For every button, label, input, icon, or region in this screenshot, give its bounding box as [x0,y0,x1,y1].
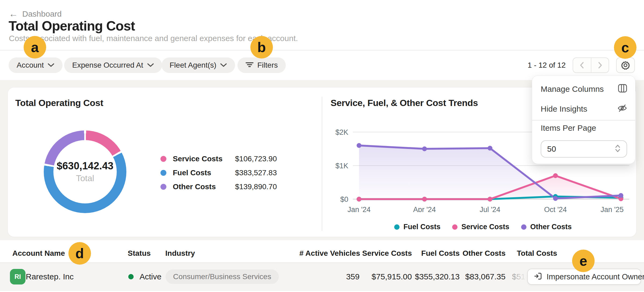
hide-insights-menu-item[interactable]: Hide Insights [541,101,627,116]
column-header-fuel-costs[interactable]: Fuel Costs [421,246,460,261]
donut-total-value: $630,142.43 [57,160,113,172]
filters-label: Filters [257,61,278,70]
breadcrumb[interactable]: ← Dashboard [9,9,62,19]
chevron-right-icon [597,61,603,69]
total-costs-fade-overlay [515,264,529,289]
column-header-status[interactable]: Status [128,246,151,261]
avatar-initials: RI [14,273,21,280]
donut-center: $630,142.43 Total [53,140,117,203]
annotation-letter: d [75,245,84,261]
items-per-page-select[interactable]: 50 [541,140,627,158]
expense-occurred-at-filter-button[interactable]: Expense Occurred At [64,57,162,73]
header-divider [0,50,644,50]
legend-item-fuel-costs: Fuel Costs [394,223,440,231]
column-label: Status [128,249,151,258]
service-costs-value: $75,915.00 [372,272,412,281]
filters-button[interactable]: Filters [237,57,286,73]
industry-text: Consumer/Business Services [173,272,271,281]
legend-label: Fuel Costs [403,223,440,231]
other-costs-dot-icon [521,224,526,230]
pagination-nav [573,57,609,73]
annotation-letter: b [257,39,266,55]
gear-icon [620,60,631,71]
expense-filter-label: Expense Occurred At [72,61,143,70]
industry-badge: Consumer/Business Services [166,269,279,284]
fleet-agents-filter-label: Fleet Agent(s) [170,61,216,70]
fuel-costs-dot-icon [394,224,400,230]
status-text: Active [140,272,162,281]
annotation-marker-a: a [24,36,46,59]
card-section-divider [322,97,322,231]
service-costs-point [553,173,558,178]
settings-gear-button[interactable] [616,57,635,73]
fleet-agents-filter-button[interactable]: Fleet Agent(s) [162,57,235,73]
breadcrumb-label[interactable]: Dashboard [22,9,62,19]
hide-insights-label: Hide Insights [541,104,587,114]
cell-fuel-costs: $355,320.13 [415,264,460,289]
column-header-account-name[interactable]: Account Name ▼ [12,246,74,261]
other-costs-value: $83,067.35 [465,272,506,281]
account-filter-button[interactable]: Account [9,57,63,73]
column-header-total-costs[interactable]: Total Costs [517,246,557,261]
annotation-marker-c: c [614,36,636,59]
filter-icon [246,61,254,70]
legend-item-other-costs: Other Costs [521,223,572,231]
annotation-marker-d: d [68,242,91,265]
select-stepper-icon [615,144,621,154]
chevron-down-icon [147,63,154,67]
y-tick-label: $1K [335,162,348,170]
manage-columns-menu-item[interactable]: Manage Columns [541,82,627,97]
active-vehicles-value: 359 [346,272,360,281]
other-costs-point [422,147,427,151]
login-icon [534,272,542,282]
legend-value: $139,890.70 [235,182,277,191]
donut-total-label: Total [76,173,94,183]
manage-columns-label: Manage Columns [541,85,604,94]
annotation-marker-b: b [250,36,273,59]
columns-icon [618,84,627,95]
other-costs-point [357,143,361,148]
column-label: Fuel Costs [421,249,460,258]
account-avatar: RI [10,269,25,284]
column-header-other-costs[interactable]: Other Costs [463,246,506,261]
column-label: Total Costs [517,249,557,258]
service-costs-point [488,197,492,202]
column-header-service-costs[interactable]: Service Costs [362,246,412,261]
other-costs-point [488,146,492,151]
column-header-active-vehicles[interactable]: # Active Vehicles [299,246,360,261]
legend-item-other-costs: Other Costs $139,890.70 [160,180,277,194]
y-tick-label: $0 [340,195,348,203]
cell-active-vehicles: 359 [346,264,360,289]
column-label: Service Costs [362,249,412,258]
settings-dropdown-menu: Manage Columns Hide Insights Items Per P… [532,75,635,164]
column-header-industry[interactable]: Industry [165,246,195,261]
service-costs-point [357,197,361,202]
account-name-text: Rarestep. Inc [26,272,74,281]
next-page-button[interactable] [591,58,609,72]
status-active-dot-icon [128,274,134,279]
legend-label: Other Costs [173,182,235,191]
x-tick-label: Jan '25 [601,206,624,212]
cell-account-name[interactable]: Rarestep. Inc [26,264,74,289]
trend-chart-legend: Fuel Costs Service Costs Other Costs [333,223,633,231]
annotation-marker-e: e [572,250,595,272]
x-tick-label: Oct '24 [544,206,567,212]
legend-item-fuel-costs: Fuel Costs $383,527.83 [160,166,277,180]
other-costs-point [619,193,623,198]
service-costs-dot-icon [452,224,458,230]
pagination-range: 1 - 12 of 12 [528,61,566,70]
table-row-divider [0,290,644,291]
back-arrow-icon[interactable]: ← [9,9,18,19]
items-per-page-label: Items Per Page [541,123,596,133]
trend-chart-title: Service, Fuel, & Other Cost Trends [331,98,478,108]
pagination-zone: 1 - 12 of 12 [528,57,635,73]
service-costs-point [422,197,427,202]
annotation-letter: c [621,39,629,56]
previous-page-button[interactable] [573,58,591,72]
x-tick-label: Jul '24 [480,206,500,212]
service-costs-dot-icon [160,156,166,162]
cell-other-costs: $83,067.35 [465,264,506,289]
legend-value: $106,723.90 [235,155,277,163]
items-per-page-value: 50 [547,144,556,154]
legend-item-service-costs: Service Costs [452,223,509,231]
